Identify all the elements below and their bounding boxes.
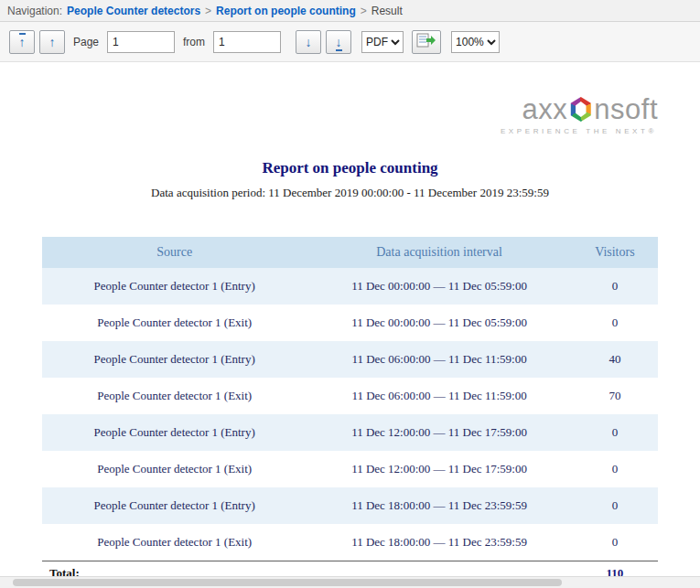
cell-visitors: 40 xyxy=(572,341,658,378)
report-table: Source Data acquisition interval Visitor… xyxy=(42,237,658,586)
report-period: Data acquisition period: 11 December 201… xyxy=(42,186,658,200)
report-toolbar: ↑ ↑ Page from ↓ ↓ PDF 100% xyxy=(0,22,700,62)
arrow-down-icon: ↓ xyxy=(306,36,312,48)
logo-text-right: nsoft xyxy=(594,95,658,123)
report-table-body: People Counter detector 1 (Entry) 11 Dec… xyxy=(42,268,658,561)
scrollbar-thumb[interactable] xyxy=(13,579,562,586)
next-page-button[interactable]: ↓ xyxy=(296,30,321,54)
breadcrumb-separator: > xyxy=(361,5,367,17)
report-page: axx nsoft EXPERIENCE THE NEXT® Report on… xyxy=(0,95,700,586)
previous-page-button[interactable]: ↑ xyxy=(39,30,65,54)
cell-interval: 11 Dec 12:00:00 — 11 Dec 17:59:00 xyxy=(307,414,571,451)
last-page-button[interactable]: ↓ xyxy=(326,30,351,54)
column-header-visitors: Visitors xyxy=(572,237,658,268)
table-row: People Counter detector 1 (Entry) 11 Dec… xyxy=(42,414,658,451)
cell-interval: 11 Dec 18:00:00 — 11 Dec 23:59:59 xyxy=(307,487,571,524)
table-row: People Counter detector 1 (Exit) 11 Dec … xyxy=(42,305,658,341)
cell-source: People Counter detector 1 (Exit) xyxy=(42,305,307,341)
cell-source: People Counter detector 1 (Exit) xyxy=(42,451,307,487)
first-page-button[interactable]: ↑ xyxy=(9,30,35,54)
export-format-select[interactable]: PDF xyxy=(361,31,404,53)
cell-visitors: 0 xyxy=(572,305,658,341)
cell-interval: 11 Dec 00:00:00 — 11 Dec 05:59:00 xyxy=(307,268,571,305)
report-title: Report on people counting xyxy=(42,159,658,177)
cell-visitors: 70 xyxy=(572,378,658,414)
cell-visitors: 0 xyxy=(572,451,658,487)
cell-source: People Counter detector 1 (Entry) xyxy=(42,341,307,378)
cell-source: People Counter detector 1 (Exit) xyxy=(42,378,307,414)
arrow-down-bar-icon: ↓ xyxy=(336,36,342,51)
breadcrumb-prefix: Navigation: xyxy=(7,5,62,17)
cell-source: People Counter detector 1 (Entry) xyxy=(42,414,307,451)
logo-wordmark: axx nsoft xyxy=(522,95,658,123)
cell-interval: 11 Dec 12:00:00 — 11 Dec 17:59:00 xyxy=(307,451,571,487)
table-header-row: Source Data acquisition interval Visitor… xyxy=(42,237,658,268)
breadcrumb-separator: > xyxy=(205,5,211,17)
hexagon-icon xyxy=(569,97,592,122)
cell-visitors: 0 xyxy=(572,414,658,451)
cell-interval: 11 Dec 06:00:00 — 11 Dec 11:59:00 xyxy=(307,378,571,414)
arrow-up-icon: ↑ xyxy=(49,36,56,48)
column-header-interval: Data acquisition interval xyxy=(307,237,571,268)
table-row: People Counter detector 1 (Exit) 11 Dec … xyxy=(42,378,658,414)
page-label: Page xyxy=(73,36,99,48)
table-row: People Counter detector 1 (Entry) 11 Dec… xyxy=(42,487,658,524)
cell-visitors: 0 xyxy=(572,524,658,561)
column-header-source: Source xyxy=(42,237,307,268)
table-row: People Counter detector 1 (Entry) 11 Dec… xyxy=(42,341,658,378)
horizontal-scrollbar[interactable] xyxy=(0,576,700,588)
page-total-input[interactable] xyxy=(213,31,281,53)
zoom-select[interactable]: 100% xyxy=(451,31,500,53)
breadcrumb-link-report[interactable]: Report on people counting xyxy=(216,5,356,17)
table-row: People Counter detector 1 (Exit) 11 Dec … xyxy=(42,451,658,487)
arrow-up-bar-icon: ↑ xyxy=(19,33,26,48)
page-number-input[interactable] xyxy=(107,31,175,53)
logo-text-left: axx xyxy=(522,95,568,123)
cell-source: People Counter detector 1 (Entry) xyxy=(42,268,307,305)
cell-source: People Counter detector 1 (Entry) xyxy=(42,487,307,524)
table-row: People Counter detector 1 (Entry) 11 Dec… xyxy=(42,268,658,305)
axxonsoft-logo: axx nsoft EXPERIENCE THE NEXT® xyxy=(42,95,658,135)
breadcrumb-current: Result xyxy=(372,5,403,17)
cell-interval: 11 Dec 00:00:00 — 11 Dec 05:59:00 xyxy=(307,305,571,341)
from-label: from xyxy=(183,36,205,48)
breadcrumb-link-detectors[interactable]: People Counter detectors xyxy=(67,5,200,17)
table-row: People Counter detector 1 (Exit) 11 Dec … xyxy=(42,524,658,561)
cell-interval: 11 Dec 18:00:00 — 11 Dec 23:59:59 xyxy=(307,524,571,561)
logo-tagline: EXPERIENCE THE NEXT® xyxy=(501,127,658,135)
cell-interval: 11 Dec 06:00:00 — 11 Dec 11:59:00 xyxy=(307,341,571,378)
cell-source: People Counter detector 1 (Exit) xyxy=(42,524,307,561)
breadcrumb: Navigation: People Counter detectors > R… xyxy=(0,0,700,22)
export-button[interactable] xyxy=(412,30,441,54)
cell-visitors: 0 xyxy=(572,268,658,305)
cell-visitors: 0 xyxy=(572,487,658,524)
export-icon xyxy=(416,33,436,50)
